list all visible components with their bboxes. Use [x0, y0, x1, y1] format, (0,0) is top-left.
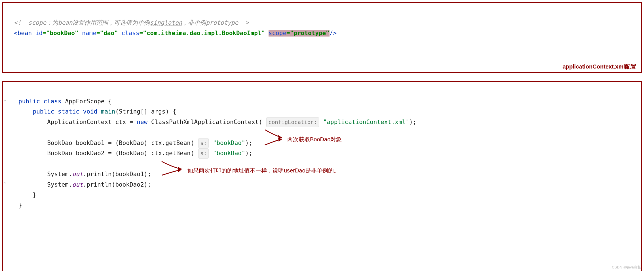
- annotation-2: 如果两次打印的的地址值不一样，说明userDao是非单例的。: [187, 166, 339, 176]
- type-bookdao: BookDao: [47, 140, 72, 146]
- param-hint: s:: [198, 148, 209, 158]
- brace-close: }: [18, 202, 22, 209]
- attr-scope: scope: [269, 30, 286, 37]
- type-bookdao: BookDao: [47, 150, 72, 157]
- sys: System.: [47, 181, 72, 188]
- svg-marker-1: [278, 138, 282, 142]
- xml-tag-bean: bean: [18, 30, 32, 37]
- xml-code: <!--scope：为bean设置作用范围，可选值为单例singloton，非单…: [3, 3, 641, 72]
- eq: =: [286, 30, 290, 37]
- attr-id: id: [35, 30, 43, 37]
- xml-config-panel: <!--scope：为bean设置作用范围，可选值为单例singloton，非单…: [2, 2, 642, 73]
- arrow-icon: [160, 168, 186, 178]
- arrow-icon: [263, 138, 286, 149]
- string-bookdao: "bookDao": [213, 150, 245, 157]
- paren: (: [115, 108, 119, 115]
- svg-marker-3: [178, 168, 181, 172]
- var-bd1: bookDao1: [76, 140, 104, 146]
- kw-class: class: [44, 98, 62, 105]
- println1: .println(bookDao1);: [83, 171, 151, 178]
- type-appctx: ApplicationContext: [47, 119, 112, 125]
- cast: (BookDao): [115, 140, 147, 146]
- out-field: out: [72, 181, 83, 188]
- kw-void: void: [83, 108, 98, 115]
- xml-comment: <!--scope：为bean设置作用范围，可选值为单例singloton，非单…: [14, 19, 249, 26]
- eq: =: [43, 30, 46, 37]
- kw-new: new: [137, 119, 147, 125]
- println2: .println(bookDao2);: [83, 181, 151, 188]
- val-id: "bookDao": [46, 30, 79, 37]
- kw-static: static: [58, 108, 79, 115]
- brace: {: [173, 108, 176, 115]
- ctx-getbean: ctx.getBean(: [151, 150, 194, 157]
- semi: );: [409, 119, 416, 125]
- eq: =: [96, 30, 100, 37]
- val-class: "com.itheima.dao.impl.BookDaoImpl": [143, 30, 265, 37]
- val-name: "dao": [100, 30, 118, 37]
- cast: (BookDao): [115, 150, 147, 157]
- close-call: );: [245, 150, 252, 157]
- java-code: public class AppForScope { public static…: [3, 82, 641, 271]
- sys: System.: [47, 171, 72, 178]
- out-field: out: [72, 171, 83, 178]
- annotation-1: 两次获取BooDao对象: [287, 135, 342, 144]
- assign: =: [108, 140, 112, 146]
- brace-close: }: [33, 191, 37, 198]
- fn-main: main: [101, 108, 115, 115]
- string-bookdao: "bookDao": [213, 140, 245, 146]
- kw-public: public: [33, 108, 54, 115]
- param: String[] args: [119, 108, 165, 115]
- param-hint: configLocation:: [266, 117, 319, 127]
- ctx-getbean: ctx.getBean(: [151, 140, 194, 146]
- type-cpxac: ClassPathXmlApplicationContext: [151, 119, 259, 125]
- brace: {: [108, 98, 112, 105]
- eq: =: [140, 30, 143, 37]
- java-code-panel: ⌄ ⌃ public class AppForScope { public st…: [2, 81, 642, 271]
- val-scope: "prototype": [290, 30, 330, 37]
- close-call: );: [245, 140, 252, 146]
- kw-public: public: [18, 98, 40, 105]
- assign: =: [130, 119, 133, 125]
- param-hint: s:: [198, 138, 209, 148]
- assign: =: [108, 150, 112, 157]
- class-name: AppForScope: [65, 98, 104, 105]
- highlight-scope: scope="prototype": [269, 30, 330, 37]
- string-appctx: "applicationContext.xml": [323, 119, 409, 125]
- var-ctx: ctx: [115, 119, 126, 125]
- xml-self-close: />: [330, 30, 337, 37]
- panel-label-xml: applicationContext.xml配置: [563, 63, 636, 71]
- attr-name: name: [82, 30, 96, 37]
- paren: ): [165, 108, 169, 115]
- xml-open-bracket: <: [14, 30, 18, 37]
- var-bd2: bookDao2: [76, 150, 104, 157]
- watermark: CSDN @java白杨: [612, 265, 641, 270]
- attr-class: class: [121, 30, 139, 37]
